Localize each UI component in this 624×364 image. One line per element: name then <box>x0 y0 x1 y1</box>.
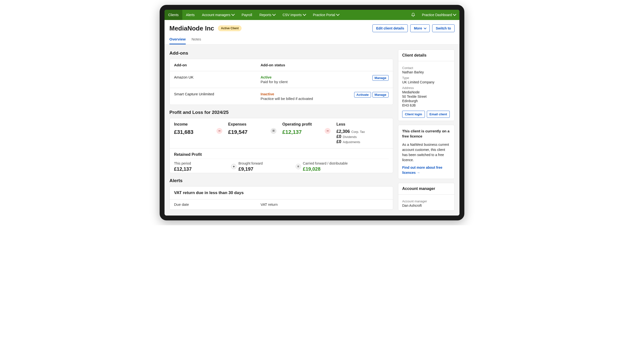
chevron-down-icon <box>336 12 339 16</box>
nav-reports[interactable]: Reports <box>256 10 279 20</box>
client-header: MediaNode Inc Active Client Edit client … <box>164 20 460 32</box>
activate-button[interactable]: Activate <box>354 92 371 98</box>
this-period-value: £12,137 <box>174 166 231 172</box>
addons-title: Add-ons <box>169 51 393 56</box>
alerts-col-due-date: Due date <box>174 202 260 207</box>
income-value: £31,683 <box>174 129 212 135</box>
addon-row: Smart Capture Unlimited Inactive Practic… <box>170 88 393 104</box>
manage-button[interactable]: Manage <box>372 75 389 81</box>
alert-heading: VAT return due in less than 30 days <box>170 186 393 199</box>
nav-csv-imports[interactable]: CSV imports <box>279 10 309 20</box>
this-period-label: This period <box>174 161 231 165</box>
switch-to-button[interactable]: Switch to <box>432 24 455 32</box>
minus-icon: − <box>325 128 331 134</box>
client-login-button[interactable]: Client login <box>402 111 425 118</box>
addon-status-sub: Paid for by client <box>260 80 372 84</box>
nav-practice-dashboard[interactable]: Practice Dashboard <box>418 10 460 20</box>
address-line: Edinburgh <box>402 99 450 103</box>
licence-link[interactable]: Find out more about free licences → <box>402 165 450 175</box>
addon-status: Inactive <box>260 92 354 96</box>
account-manager-card: Account manager Account manager Dan Ashc… <box>398 183 455 211</box>
account-manager-label: Account manager <box>402 199 450 203</box>
brought-fwd-label: Brought forward <box>238 161 295 165</box>
top-nav: Clients Alerts Account managers Payroll … <box>164 10 460 20</box>
pl-card: Income £31,683 − Expenses £19,547 = Oper… <box>169 118 393 173</box>
chevron-down-icon <box>424 26 426 29</box>
carried-fwd-value: £19,028 <box>303 166 389 172</box>
minus-icon: − <box>216 128 222 134</box>
retained-title: Retained Profit <box>174 152 389 157</box>
licence-card: This client is currently on a free licen… <box>398 125 455 179</box>
address-line: 50 Textile Street <box>402 95 450 99</box>
less-item-label: Corp. Tax <box>351 130 365 134</box>
licence-body: As a NatWest business current account cu… <box>402 143 449 162</box>
more-button[interactable]: More <box>410 24 429 32</box>
op-profit-label: Operating profit <box>282 122 320 127</box>
addon-row: Amazon UK Active Paid for by client Mana… <box>170 71 393 88</box>
less-item-label: Dividends <box>343 135 357 139</box>
alerts-col-vat-return: VAT return <box>260 202 278 207</box>
chevron-down-icon <box>231 12 235 16</box>
equals-icon: = <box>296 164 301 169</box>
addon-status-sub: Practice will be billed if activated <box>260 97 354 101</box>
email-client-button[interactable]: Email client <box>427 111 450 118</box>
client-details-card: Client details Contact Nathan Barley Typ… <box>398 50 455 121</box>
contact-label: Contact <box>402 66 450 70</box>
address-line: EH3 8JB <box>402 103 450 107</box>
addon-name: Amazon UK <box>174 75 260 79</box>
income-label: Income <box>174 122 212 127</box>
chevron-down-icon <box>272 12 276 16</box>
addons-col-name: Add-on <box>174 63 260 67</box>
edit-client-button[interactable]: Edit client details <box>372 24 408 32</box>
expenses-label: Expenses <box>228 122 266 127</box>
account-manager-name: Dan Ashcroft <box>402 204 450 208</box>
address-label: Address <box>402 86 450 90</box>
nav-account-managers[interactable]: Account managers <box>198 10 238 20</box>
carried-fwd-label: Carried forward / distributable <box>303 161 389 165</box>
less-value: £0 <box>336 134 341 139</box>
op-profit-value: £12,137 <box>282 129 320 135</box>
plus-icon: + <box>231 164 236 169</box>
less-value: £0 <box>336 139 341 144</box>
pl-title: Profit and Loss for 2024/25 <box>169 110 393 115</box>
nav-alerts[interactable]: Alerts <box>182 10 198 20</box>
alerts-title: Alerts <box>169 178 393 183</box>
nav-clients[interactable]: Clients <box>164 10 182 20</box>
client-name: MediaNode Inc <box>169 25 214 32</box>
licence-title: This client is currently on a free licen… <box>398 125 454 139</box>
brought-fwd-value: £9,197 <box>238 166 295 172</box>
nav-payroll[interactable]: Payroll <box>238 10 256 20</box>
less-value: £2,306 <box>336 129 350 134</box>
tabs: Overview Notes <box>164 32 460 45</box>
contact-value: Nathan Barley <box>402 70 450 74</box>
account-manager-title: Account manager <box>398 183 454 195</box>
addons-card: Add-on Add-on status Amazon UK Active Pa… <box>169 59 393 105</box>
bell-icon[interactable] <box>411 13 415 17</box>
type-value: UK Limited Company <box>402 80 450 84</box>
tab-notes[interactable]: Notes <box>192 37 201 44</box>
alerts-card: VAT return due in less than 30 days Due … <box>169 186 393 210</box>
addon-name: Smart Capture Unlimited <box>174 92 260 96</box>
status-badge: Active Client <box>218 25 242 31</box>
addons-col-status: Add-on status <box>260 63 389 67</box>
expenses-value: £19,547 <box>228 129 266 135</box>
client-details-title: Client details <box>398 50 454 61</box>
address-line: MediaNode <box>402 90 450 94</box>
manage-button[interactable]: Manage <box>372 92 389 98</box>
nav-practice-portal[interactable]: Practice Portal <box>309 10 343 20</box>
type-label: Type <box>402 76 450 80</box>
less-item-label: Adjustments <box>343 140 360 144</box>
tab-overview[interactable]: Overview <box>169 37 186 44</box>
equals-icon: = <box>271 128 276 134</box>
addon-status: Active <box>260 75 372 79</box>
less-label: Less <box>336 122 389 127</box>
chevron-down-icon <box>453 12 456 16</box>
chevron-down-icon <box>303 12 306 16</box>
